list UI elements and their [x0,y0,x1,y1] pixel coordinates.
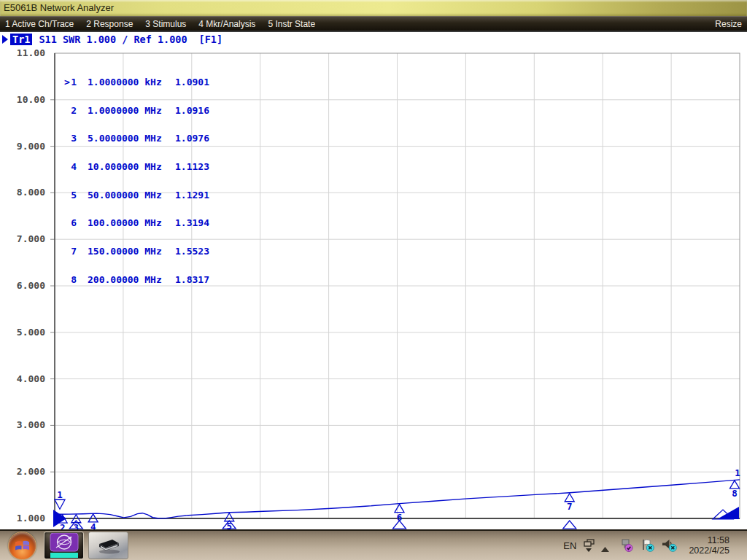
language-indicator[interactable]: EN [563,540,576,551]
trace-status-bar: Tr1 S11 SWR 1.000 / Ref 1.000 [F1] [2,34,222,45]
smith-chart-icon [50,533,79,558]
marker-row: 8200.00000 MHz1.8317 [64,276,209,285]
y-axis-tick-label: 9.000 [0,141,45,152]
tray-clock[interactable]: 11:58 2022/4/25 [689,535,729,556]
y-axis-tick-label: 5.000 [0,327,45,338]
action-center-icon[interactable] [640,539,654,552]
y-axis-tick-label: 7.000 [0,233,45,245]
menu-mkr-analysis[interactable]: 4 Mkr/Analysis [198,19,255,29]
y-axis-tick-label: 10.00 [0,94,45,106]
tray-time: 11:58 [689,535,729,545]
marker-row: 6100.00000 MHz1.3194 [64,219,209,228]
y-axis-tick-label: 3.000 [0,419,45,431]
taskbar: EN [0,529,747,560]
safely-remove-hardware-icon[interactable] [619,539,633,552]
trace-measurement-label: S11 SWR 1.000 / Ref 1.000 [39,34,187,45]
active-trace-arrow-icon [2,35,8,44]
window-title: E5061B Network Analyzer [4,2,114,13]
marker-row: 7150.00000 MHz1.5523 [64,247,209,257]
menu-response[interactable]: 2 Response [86,19,133,29]
trace-badge[interactable]: Tr1 [10,34,32,45]
y-axis-tick-label: 8.000 [0,187,45,198]
menu-active-ch-trace[interactable]: 1 Active Ch/Trace [5,19,74,29]
taskbar-app-network-analyzer[interactable] [44,532,84,559]
language-bar-button[interactable] [583,539,595,552]
marker-row: 21.0000000 MHz1.0916 [64,106,209,116]
menu-resize[interactable]: Resize [715,19,742,29]
y-axis-tick-label: 2.000 [0,466,45,478]
softkey-label: [F1] [199,34,223,45]
start-button[interactable] [8,532,36,560]
system-tray: EN [563,535,747,556]
y-axis-tick-label: 11.00 [0,47,45,59]
tray-date: 2022/4/25 [689,545,729,556]
menu-instr-state[interactable]: 5 Instr State [268,19,315,29]
marker-row: 550.000000 MHz1.1291 [64,191,209,201]
marker-row: 410.000000 MHz1.1123 [64,163,209,172]
menu-bar: 1 Active Ch/Trace 2 Response 3 Stimulus … [0,16,747,31]
marker-readout-table: >11.0000000 kHz1.0901 21.0000000 MHz1.09… [64,59,209,295]
language-bar-icon [583,539,595,547]
window-titlebar[interactable]: E5061B Network Analyzer [0,0,747,16]
marker-row: >11.0000000 kHz1.0901 [64,78,209,88]
show-hidden-icons-button[interactable] [601,547,609,552]
y-axis-tick-label: 1.000 [0,513,45,524]
chevron-down-icon [586,548,592,552]
taskbar-app-device[interactable] [88,532,128,559]
y-axis-tick-label: 4.000 [0,373,45,385]
marker-row: 35.0000000 MHz1.0976 [64,134,209,144]
windows-logo-icon [15,539,30,553]
hard-drive-icon [95,536,123,555]
volume-muted-icon[interactable] [662,539,677,552]
y-axis-tick-label: 6.000 [0,280,45,292]
menu-stimulus[interactable]: 3 Stimulus [145,19,186,29]
